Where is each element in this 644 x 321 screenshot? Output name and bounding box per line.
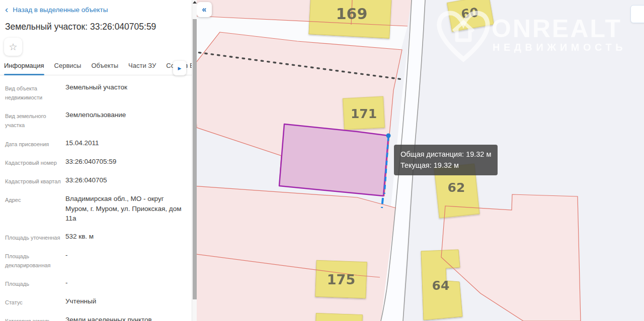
triangle-right-icon: ▶ xyxy=(178,66,182,71)
field-label: Категория земель xyxy=(5,315,61,321)
field-row: Кадастровый номер 33:26:040705:59 xyxy=(5,157,186,167)
property-fields: Вид объекта недвижимости Земельный участ… xyxy=(5,82,186,321)
tabs-scroll-right-button[interactable]: ▶ xyxy=(173,61,186,75)
field-value: 15.04.2011 xyxy=(65,138,99,149)
field-row: Кадастровый квартал 33:26:040705 xyxy=(5,175,186,186)
building-171-label: 171 xyxy=(351,106,377,121)
back-link[interactable]: ‹ Назад в выделенные объекты xyxy=(5,6,108,14)
field-value: 532 кв. м xyxy=(65,232,94,242)
field-value: Учтенный xyxy=(65,296,96,307)
field-label: Вид земельного участка xyxy=(5,110,61,130)
chevron-left-icon: ‹ xyxy=(5,6,8,13)
scrollbar-thumb[interactable] xyxy=(193,19,197,299)
tab-services[interactable]: Сервисы xyxy=(54,62,82,75)
field-row: Площадь уточненная 532 кв. м xyxy=(5,232,186,242)
parcel-bottom-left[interactable] xyxy=(197,186,396,321)
sidebar-scrollbar[interactable] xyxy=(192,0,197,321)
field-row: Статус Учтенный xyxy=(5,296,186,307)
field-label: Площадь xyxy=(5,278,61,288)
cadastral-map[interactable]: 169 60 171 62 175 64 ONREALT НЕДВИЖИМОСТ… xyxy=(197,0,644,321)
scroll-up-icon[interactable] xyxy=(193,1,197,4)
building-175-label: 175 xyxy=(327,272,355,287)
field-row: Площадь декларированная - xyxy=(5,250,186,270)
distance-tooltip: Общая дистанция: 19.32 м Текущая: 19.32 … xyxy=(394,145,498,175)
tab-objects[interactable]: Объекты xyxy=(91,62,118,75)
field-value: - xyxy=(65,250,68,270)
field-value: 33:26:040705:59 xyxy=(65,157,116,167)
building-169-label: 169 xyxy=(336,5,368,23)
chevrons-left-icon: « xyxy=(202,5,207,14)
building-bottom-cut[interactable] xyxy=(316,313,363,321)
tab-parcel-parts[interactable]: Части ЗУ xyxy=(128,62,156,75)
field-row: Площадь - xyxy=(5,278,186,288)
field-label: Адрес xyxy=(5,194,61,224)
field-row: Вид земельного участка Землепользование xyxy=(5,110,186,130)
field-value: Земельный участок xyxy=(65,82,127,102)
watermark-subtitle: НЕДВИЖИМОСТЬ xyxy=(493,42,626,53)
sidebar-collapse-button[interactable]: « xyxy=(197,2,212,17)
field-label: Вид объекта недвижимости xyxy=(5,82,61,102)
favorite-button[interactable]: ☆ xyxy=(4,38,22,56)
field-value: Землепользование xyxy=(65,110,126,130)
field-value: Земли населенных пунктов xyxy=(65,315,152,321)
field-row: Дата присвоения 15.04.2011 xyxy=(5,138,186,149)
field-label: Статус xyxy=(5,296,61,307)
page-title: Земельный участок: 33:26:040705:59 xyxy=(5,22,156,32)
field-row: Вид объекта недвижимости Земельный участ… xyxy=(5,82,186,102)
field-label: Площадь уточненная xyxy=(5,232,61,242)
back-link-label: Назад в выделенные объекты xyxy=(13,6,108,14)
selected-parcel[interactable] xyxy=(279,124,388,196)
building-62-label: 62 xyxy=(448,180,465,195)
field-value: 33:26:040705 xyxy=(65,175,107,186)
tab-information[interactable]: Информация xyxy=(4,62,44,75)
field-label: Кадастровый квартал xyxy=(5,175,61,186)
field-value: Владимирская обл., МО - округ Муром, г. … xyxy=(65,194,186,224)
tooltip-current-distance: Текущая: 19.32 м xyxy=(400,160,491,171)
watermark-title: ONREALT xyxy=(492,15,622,43)
field-row: Категория земель Земли населенных пункто… xyxy=(5,315,186,321)
measure-point[interactable] xyxy=(386,134,391,138)
field-label: Площадь декларированная xyxy=(5,250,61,270)
building-64-label: 64 xyxy=(432,278,450,293)
tab-bar: Информация Сервисы Объекты Части ЗУ Сост… xyxy=(0,62,192,75)
map-control-button[interactable] xyxy=(630,5,644,23)
field-row: Адрес Владимирская обл., МО - округ Муро… xyxy=(5,194,186,224)
field-label: Кадастровый номер xyxy=(5,157,61,167)
field-value: - xyxy=(65,278,68,288)
field-label: Дата присвоения xyxy=(5,138,61,149)
info-sidebar: ‹ Назад в выделенные объекты Земельный у… xyxy=(0,0,192,321)
star-icon: ☆ xyxy=(9,41,17,53)
tooltip-total-distance: Общая дистанция: 19.32 м xyxy=(400,149,491,160)
